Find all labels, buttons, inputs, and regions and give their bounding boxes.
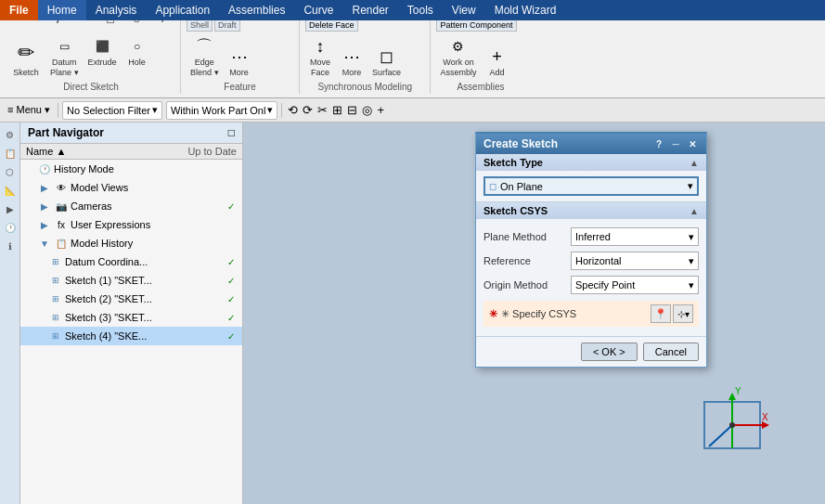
reference-dropdown[interactable]: Horizontal ▾: [571, 252, 699, 270]
add-button[interactable]: + Add: [482, 44, 511, 80]
sketch-type-collapse-icon[interactable]: ▲: [690, 158, 699, 168]
sketch-csys-section: Sketch CSYS ▲ Plane Method Inferred ▾ R: [476, 202, 706, 337]
more-feature-button[interactable]: ⋯ More: [225, 44, 254, 80]
move-face-button[interactable]: ↕ MoveFace: [305, 33, 335, 80]
tree-item-history-mode[interactable]: 🕐 History Mode: [20, 160, 242, 178]
reference-label: Reference: [483, 255, 567, 266]
selection-filter-chevron: ▾: [152, 104, 158, 116]
dialog-help-button[interactable]: ?: [652, 137, 665, 150]
origin-method-dropdown[interactable]: Specify Point ▾: [571, 276, 699, 294]
left-icon-nav[interactable]: 📋: [2, 145, 19, 162]
cancel-button[interactable]: Cancel: [643, 342, 699, 361]
tree-item-sketch1[interactable]: ⊞ Sketch (1) "SKET... ✓: [20, 271, 242, 290]
sketch-type-header[interactable]: Sketch Type ▲: [476, 154, 706, 171]
sketch-csys-label: Sketch CSYS: [483, 205, 548, 216]
z-axis-line: [709, 425, 732, 446]
toolbar-icon-7[interactable]: +: [375, 101, 386, 120]
menu-assemblies[interactable]: Assemblies: [219, 0, 294, 20]
sketch-type-select[interactable]: ◻ On Plane ▾: [483, 176, 699, 196]
menu-toggle[interactable]: ≡ Menu ▾: [4, 101, 54, 120]
specify-csys-icon-2[interactable]: ⊹▾: [673, 304, 693, 323]
toolbar-icon-6[interactable]: ◎: [360, 101, 374, 120]
ok-button[interactable]: < OK >: [581, 342, 638, 361]
toolbar-icon-3[interactable]: ✂: [316, 101, 329, 120]
nav-col-status[interactable]: Up to Date: [132, 144, 243, 159]
line-button[interactable]: /: [46, 20, 71, 32]
toolbar-icon-4[interactable]: ⊞: [330, 101, 344, 120]
tree-item-sketch3[interactable]: ⊞ Sketch (3) "SKET... ✓: [20, 308, 242, 327]
tree-item-model-views[interactable]: ▶ 👁 Model Views: [20, 178, 242, 197]
left-icon-history[interactable]: 🕐: [2, 219, 19, 236]
sketch-button[interactable]: ✏ Sketch: [7, 36, 45, 80]
plus-button[interactable]: +: [150, 20, 174, 32]
extrude-button[interactable]: ⬛ Extrude: [84, 33, 121, 80]
sketch-label: Sketch: [13, 68, 39, 78]
tree-item-datum-coord[interactable]: ⊞ Datum Coordina... ✓: [20, 252, 242, 271]
nav-col-name[interactable]: Name ▲: [20, 144, 132, 159]
draft-button[interactable]: Draft: [214, 20, 240, 32]
sync-bottom-buttons: ↕ MoveFace ⋯ More ◻ Surface: [305, 33, 405, 80]
tree-item-user-expressions[interactable]: ▶ fx User Expressions: [20, 215, 242, 234]
menu-home[interactable]: Home: [38, 0, 86, 20]
toolbar-icons: ⟲ ⟳ ✂ ⊞ ⊟ ◎ +: [286, 101, 386, 120]
more-sync-button[interactable]: ⋯ More: [337, 44, 367, 80]
menu-analysis[interactable]: Analysis: [86, 0, 147, 20]
more-feature-label: More: [229, 68, 249, 78]
rect-button[interactable]: □: [98, 20, 122, 32]
tree-label-history-mode: History Mode: [54, 163, 238, 174]
sync-group-label: Synchronous Modeling: [305, 80, 424, 92]
work-part-dropdown[interactable]: Within Work Part Onl ▾: [166, 101, 278, 120]
more-feature-icon: ⋯: [228, 45, 251, 68]
menu-curve[interactable]: Curve: [294, 0, 342, 20]
toolbar-icon-5[interactable]: ⊟: [345, 101, 359, 120]
left-icon-measure[interactable]: 📐: [2, 182, 19, 199]
reference-row: Reference Horizontal ▾: [483, 249, 699, 273]
sketch-icon: ✏: [11, 38, 41, 68]
arc-button[interactable]: ⌒: [72, 20, 97, 32]
edge-blend-button[interactable]: ⌒ EdgeBlend ▾: [187, 33, 223, 80]
x-axis-arrow: [762, 421, 769, 429]
menu-render[interactable]: Render: [342, 0, 397, 20]
nav-expand-icon[interactable]: □: [228, 126, 235, 139]
circle-button[interactable]: ○: [124, 20, 148, 32]
menu-application[interactable]: Application: [146, 0, 219, 20]
left-icon-info[interactable]: ℹ: [2, 238, 19, 254]
dialog-close-button[interactable]: ✕: [686, 137, 699, 150]
delete-face-button[interactable]: Delete Face: [305, 20, 358, 32]
selection-filter-dropdown[interactable]: No Selection Filter ▾: [62, 101, 162, 120]
tree-check-cameras: ✓: [224, 199, 238, 213]
left-icon-3d[interactable]: ⬡: [2, 163, 19, 180]
tree-item-model-history[interactable]: ▼ 📋 Model History: [20, 234, 242, 252]
surface-button[interactable]: ◻ Surface: [368, 44, 405, 80]
toolbar-sep-2: [281, 103, 282, 118]
work-on-assembly-button[interactable]: ⚙ Work onAssembly: [436, 33, 480, 80]
plane-method-dropdown[interactable]: Inferred ▾: [571, 227, 699, 246]
tree-check-sketch2: ✓: [224, 291, 238, 306]
ribbon: ✏ Sketch / ⌒ □ ○: [0, 20, 825, 98]
plane-method-value: Inferred: [575, 231, 611, 242]
tree-icon-history-expand: ▼: [37, 236, 52, 251]
tree-item-cameras[interactable]: ▶ 📷 Cameras ✓: [20, 197, 242, 215]
tree-item-sketch4[interactable]: ⊞ Sketch (4) "SKE... ✓: [20, 327, 242, 345]
hole-button[interactable]: ○ Hole: [122, 33, 152, 80]
specify-csys-icon-1[interactable]: 📍: [651, 304, 671, 323]
nav-col-status-label: Up to Date: [187, 146, 237, 157]
menu-view[interactable]: View: [443, 0, 485, 20]
toolbar-icon-2[interactable]: ⟳: [301, 101, 315, 120]
menu-tools[interactable]: Tools: [398, 0, 443, 20]
specify-csys-row: ✳ ✳ Specify CSYS 📍 ⊹▾: [483, 301, 699, 327]
pattern-component-button[interactable]: Pattern Component: [436, 20, 516, 32]
menu-mold-wizard[interactable]: Mold Wizard: [485, 0, 566, 20]
specify-csys-label: ✳ ✳ Specify CSYS: [489, 308, 576, 320]
left-icon-settings[interactable]: ⚙: [2, 126, 19, 143]
datum-plane-button[interactable]: ▭ DatumPlane ▾: [46, 33, 83, 80]
left-icon-render[interactable]: ▶: [2, 200, 19, 217]
tree-item-sketch2[interactable]: ⊞ Sketch (2) "SKET... ✓: [20, 290, 242, 308]
sketch-csys-collapse-icon[interactable]: ▲: [690, 206, 699, 216]
viewport[interactable]: Create Sketch ? ─ ✕ Sketch Type ▲ ◻ On P…: [243, 123, 825, 504]
dialog-minimize-button[interactable]: ─: [669, 137, 682, 150]
toolbar-icon-1[interactable]: ⟲: [286, 101, 300, 120]
shell-button[interactable]: Shell: [187, 20, 213, 32]
sketch-csys-header[interactable]: Sketch CSYS ▲: [476, 202, 706, 219]
menu-file[interactable]: File: [0, 0, 38, 20]
